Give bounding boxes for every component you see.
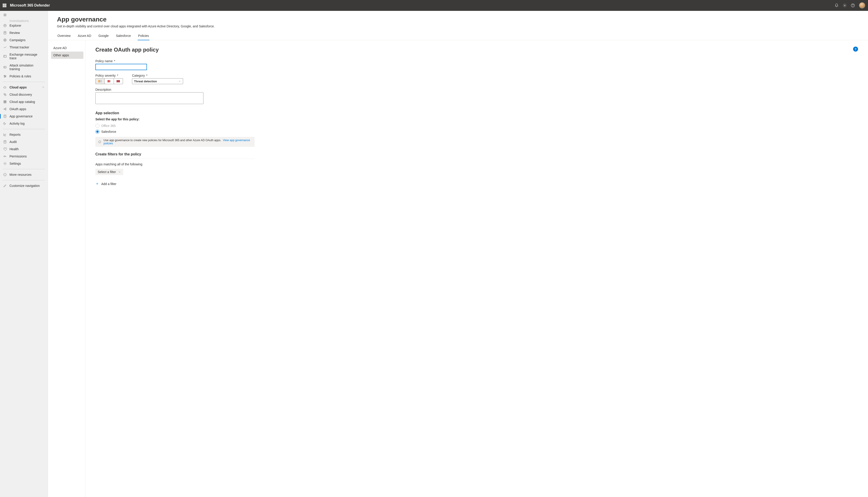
gear-icon xyxy=(3,162,7,165)
help-icon[interactable] xyxy=(851,3,855,8)
nav-item-exchange-trace[interactable]: Exchange message trace xyxy=(0,51,48,62)
policy-name-input[interactable] xyxy=(95,64,147,70)
policies-subnav: Azure AD Other apps xyxy=(48,40,86,497)
svg-point-23 xyxy=(4,94,5,95)
add-filter-label: Add a filter xyxy=(101,182,116,186)
svg-point-29 xyxy=(4,109,5,110)
page-title: App governance xyxy=(57,16,859,23)
app-launcher-icon[interactable] xyxy=(3,4,6,7)
severity-medium-button[interactable] xyxy=(105,79,114,84)
policy-name-label: Policy name * xyxy=(95,59,858,63)
nav-label: Explorer xyxy=(10,24,21,27)
nav-label: Exchange message trace xyxy=(10,53,45,60)
nav-label: Settings xyxy=(10,162,21,165)
nav-item-health[interactable]: Health xyxy=(0,145,48,153)
reports-icon xyxy=(3,133,7,137)
nav-label: Health xyxy=(10,147,18,151)
nav-label: Reports xyxy=(10,133,20,137)
description-label: Description xyxy=(95,88,858,91)
catalog-icon xyxy=(3,100,7,104)
nav-item-app-governance[interactable]: App governance xyxy=(0,113,48,120)
svg-point-6 xyxy=(4,24,6,27)
settings-gear-icon[interactable] xyxy=(843,3,847,8)
severity-high-button[interactable] xyxy=(114,79,123,84)
svg-rect-27 xyxy=(4,102,5,103)
svg-point-0 xyxy=(844,5,845,6)
nav-item-cloud-discovery[interactable]: Cloud discovery xyxy=(0,91,48,98)
nav-item-settings[interactable]: Settings xyxy=(0,160,48,167)
nav-item-investigations[interactable]: Investigations xyxy=(0,20,48,22)
info-text: Use app governance to create new policie… xyxy=(104,139,221,142)
svg-rect-26 xyxy=(5,101,6,102)
filter-select-dropdown[interactable]: Select a filter xyxy=(95,169,123,175)
svg-point-24 xyxy=(5,94,6,96)
radio-icon xyxy=(95,124,100,128)
product-name: Microsoft 365 Defender xyxy=(10,3,50,8)
nav-item-attack-simulation[interactable]: Attack simulation training xyxy=(0,62,48,73)
review-icon xyxy=(3,31,7,34)
category-value: Threat detection xyxy=(134,80,157,83)
governance-icon xyxy=(3,114,7,118)
activity-icon xyxy=(3,122,7,125)
tab-google[interactable]: Google xyxy=(98,32,109,40)
nav-label: Activity log xyxy=(10,122,25,125)
attack-icon xyxy=(3,66,7,69)
policy-severity-label: Policy severity * xyxy=(95,74,123,77)
nav-label: Review xyxy=(10,31,20,34)
nav-item-audit[interactable]: Audit xyxy=(0,138,48,145)
app-option-office365: Office 365 xyxy=(95,123,858,129)
radio-label: Office 365 xyxy=(101,124,116,128)
nav-item-threat-tracker[interactable]: Threat tracker xyxy=(0,44,48,51)
nav-label: Customize navigation xyxy=(10,184,40,187)
severity-selector xyxy=(95,78,123,84)
tab-salesforce[interactable]: Salesforce xyxy=(116,32,131,40)
nav-item-cloud-app-catalog[interactable]: Cloud app catalog xyxy=(0,98,48,105)
subnav-other-apps[interactable]: Other apps xyxy=(51,52,84,59)
info-icon xyxy=(98,140,101,143)
cloud-icon xyxy=(3,86,7,89)
nav-item-reports[interactable]: Reports xyxy=(0,131,48,138)
nav-item-explorer[interactable]: Explorer xyxy=(0,22,48,29)
nav-item-activity-log[interactable]: Activity log xyxy=(0,120,48,127)
app-option-salesforce[interactable]: Salesforce xyxy=(95,129,858,134)
info-banner: Use app governance to create new policie… xyxy=(95,137,254,147)
audit-icon xyxy=(3,140,7,144)
collapse-nav-button[interactable] xyxy=(0,11,48,20)
nav-item-oauth-apps[interactable]: OAuth apps xyxy=(0,105,48,113)
navigation-sidebar: Investigations Explorer Review Campaigns… xyxy=(0,11,48,497)
svg-rect-28 xyxy=(5,102,6,103)
user-avatar[interactable] xyxy=(859,2,865,9)
tab-policies[interactable]: Policies xyxy=(138,32,149,40)
radio-label: Salesforce xyxy=(101,130,116,133)
app-selection-heading: App selection xyxy=(95,111,858,115)
context-help-button[interactable]: ? xyxy=(853,47,858,52)
radio-icon xyxy=(95,130,100,134)
category-dropdown[interactable]: Threat detection xyxy=(132,78,183,84)
nav-section-cloud-apps[interactable]: Cloud apps xyxy=(0,84,48,91)
nav-item-more-resources[interactable]: More resources xyxy=(0,171,48,178)
nav-item-permissions[interactable]: Permissions xyxy=(0,153,48,160)
tab-azure-ad[interactable]: Azure AD xyxy=(77,32,91,40)
svg-line-33 xyxy=(4,109,5,110)
tab-overview[interactable]: Overview xyxy=(57,32,71,40)
nav-item-customize[interactable]: Customize navigation xyxy=(0,182,48,189)
nav-divider xyxy=(3,82,45,82)
nav-item-review[interactable]: Review xyxy=(0,29,48,37)
plus-icon: ＋ xyxy=(95,182,99,186)
nav-item-policies-rules[interactable]: Policies & rules xyxy=(0,73,48,80)
nav-label: Threat tracker xyxy=(10,45,29,49)
severity-low-button[interactable] xyxy=(95,79,105,84)
subnav-azure-ad[interactable]: Azure AD xyxy=(51,44,84,52)
svg-rect-25 xyxy=(4,101,5,102)
explorer-icon xyxy=(3,24,7,27)
nav-item-campaigns[interactable]: Campaigns xyxy=(0,37,48,44)
permissions-icon xyxy=(3,155,7,158)
description-textarea[interactable] xyxy=(95,92,203,104)
notifications-icon[interactable] xyxy=(835,3,839,8)
add-filter-button[interactable]: ＋ Add a filter xyxy=(95,182,254,186)
svg-line-32 xyxy=(4,108,5,109)
info-icon xyxy=(3,173,7,176)
exchange-icon xyxy=(3,55,7,58)
nav-label: Investigations xyxy=(10,20,29,22)
nav-label: Cloud apps xyxy=(10,86,27,89)
